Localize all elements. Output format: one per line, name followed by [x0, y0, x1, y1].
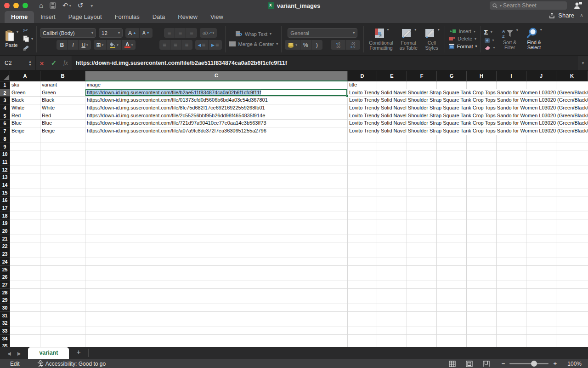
grid-cell[interactable] — [40, 289, 85, 297]
bold-button[interactable]: B — [57, 40, 68, 50]
delete-cells-button[interactable]: Delete ▾ — [449, 36, 476, 41]
grid-cell[interactable] — [526, 335, 556, 343]
row-header-15[interactable]: 15 — [0, 189, 10, 197]
grid-cell[interactable] — [467, 81, 497, 89]
grid-cell[interactable] — [85, 258, 348, 266]
grid-cell[interactable] — [10, 150, 40, 158]
grid-cell[interactable] — [497, 319, 526, 327]
insert-function-button[interactable]: fx — [60, 59, 72, 67]
grid-cell[interactable] — [10, 273, 40, 281]
grid-cell[interactable] — [497, 258, 526, 266]
grid-cell[interactable] — [85, 266, 348, 274]
grid-cell[interactable] — [10, 158, 40, 166]
grid-cell[interactable] — [348, 212, 377, 220]
grid-cell[interactable] — [407, 250, 437, 258]
tab-insert[interactable]: Insert — [34, 11, 62, 23]
grid-cell[interactable] — [10, 189, 40, 197]
grid-cell[interactable] — [85, 158, 348, 166]
grid-cell[interactable] — [377, 212, 407, 220]
grid-cell[interactable] — [85, 312, 348, 320]
percent-style-button[interactable]: % — [300, 40, 311, 50]
row-header-18[interactable]: 18 — [0, 212, 10, 220]
row-header-17[interactable]: 17 — [0, 204, 10, 212]
comma-style-button[interactable]: ) — [311, 40, 322, 50]
grid-cell[interactable] — [40, 250, 85, 258]
grid-cell[interactable] — [437, 158, 467, 166]
row-header-26[interactable]: 26 — [0, 273, 10, 281]
grid-cell[interactable] — [407, 173, 437, 181]
grid-cell[interactable]: image — [85, 81, 348, 89]
grid-cell[interactable] — [556, 81, 588, 89]
grid-cell[interactable] — [467, 235, 497, 243]
grid-cell[interactable] — [407, 342, 437, 347]
grid-cell[interactable] — [556, 258, 588, 266]
grid-cell[interactable] — [10, 319, 40, 327]
grid-cell[interactable] — [437, 150, 467, 158]
grid-cell[interactable] — [377, 204, 407, 212]
row-header-11[interactable]: 11 — [0, 158, 10, 166]
grid-cell[interactable] — [467, 273, 497, 281]
name-box-stepper[interactable]: ▲▼ — [28, 60, 32, 66]
grid-cell[interactable] — [85, 304, 348, 312]
increase-decimal-button[interactable]: ◂.0.00 — [331, 40, 346, 50]
grid-cell[interactable] — [437, 304, 467, 312]
grid-cell[interactable] — [85, 281, 348, 289]
grid-cell[interactable] — [348, 204, 377, 212]
grid-cell[interactable] — [40, 258, 85, 266]
row-header-31[interactable]: 31 — [0, 312, 10, 320]
grid-cell[interactable] — [437, 204, 467, 212]
grid-cell[interactable] — [85, 296, 348, 304]
grid-cell[interactable] — [377, 281, 407, 289]
tab-view[interactable]: View — [204, 11, 230, 23]
increase-font-size-button[interactable]: A▲ — [125, 28, 140, 38]
grid-cell[interactable] — [467, 135, 497, 143]
grid-cell[interactable] — [40, 143, 85, 151]
grid-cell[interactable] — [437, 289, 467, 297]
grid-cell[interactable] — [377, 81, 407, 89]
grid-cell[interactable] — [437, 335, 467, 343]
italic-button[interactable]: I — [68, 40, 79, 50]
grid-cell[interactable] — [437, 227, 467, 235]
grid-cell[interactable] — [348, 189, 377, 197]
row-header-27[interactable]: 27 — [0, 281, 10, 289]
grid-cell[interactable] — [437, 312, 467, 320]
row-header-16[interactable]: 16 — [0, 196, 10, 204]
grid-cell[interactable] — [526, 150, 556, 158]
grid-cell[interactable] — [40, 150, 85, 158]
increase-indent-button[interactable]: ▶≡ — [209, 40, 222, 50]
grid-cell[interactable] — [526, 81, 556, 89]
grid-cell[interactable] — [348, 227, 377, 235]
grid-cell[interactable] — [407, 258, 437, 266]
selected-cell-C2[interactable]: https://down-id.img.susercontent.com/fil… — [85, 89, 348, 97]
grid-cell[interactable] — [556, 250, 588, 258]
grid-cell[interactable] — [348, 273, 377, 281]
grid-cell[interactable] — [348, 296, 377, 304]
grid-cell[interactable] — [85, 173, 348, 181]
borders-button[interactable]: ⊞▾ — [94, 40, 107, 50]
grid-cell[interactable] — [377, 312, 407, 320]
grid-cell[interactable] — [497, 327, 526, 335]
grid-cell[interactable]: Beige — [10, 127, 40, 135]
column-header-H[interactable]: H — [467, 71, 497, 81]
grid-cell[interactable] — [556, 235, 588, 243]
grid-cell[interactable] — [40, 227, 85, 235]
formula-input[interactable]: https://down-id.img.susercontent.com/fil… — [72, 56, 578, 70]
grid-cell[interactable] — [407, 143, 437, 151]
grid-cell[interactable] — [407, 158, 437, 166]
grid-cell[interactable] — [497, 335, 526, 343]
clear-button[interactable]: ▾ — [484, 45, 495, 50]
grid-cell[interactable] — [407, 266, 437, 274]
grid-cell[interactable] — [10, 212, 40, 220]
grid-cell[interactable] — [497, 289, 526, 297]
grid-cell[interactable] — [407, 242, 437, 250]
grid-cell[interactable]: title — [348, 81, 377, 89]
expand-formula-bar-icon[interactable]: ▾ — [578, 61, 588, 65]
grid-cell[interactable] — [556, 219, 588, 227]
grid-cell[interactable] — [377, 196, 407, 204]
grid-cell[interactable]: https://down-id.img.susercontent.com/fil… — [85, 120, 348, 127]
grid-cell[interactable] — [467, 342, 497, 347]
grid-cell[interactable] — [497, 158, 526, 166]
font-size-select[interactable]: 12 ▾ — [99, 28, 123, 38]
grid-cell[interactable] — [407, 335, 437, 343]
align-center-button[interactable]: ≡ — [170, 40, 181, 50]
